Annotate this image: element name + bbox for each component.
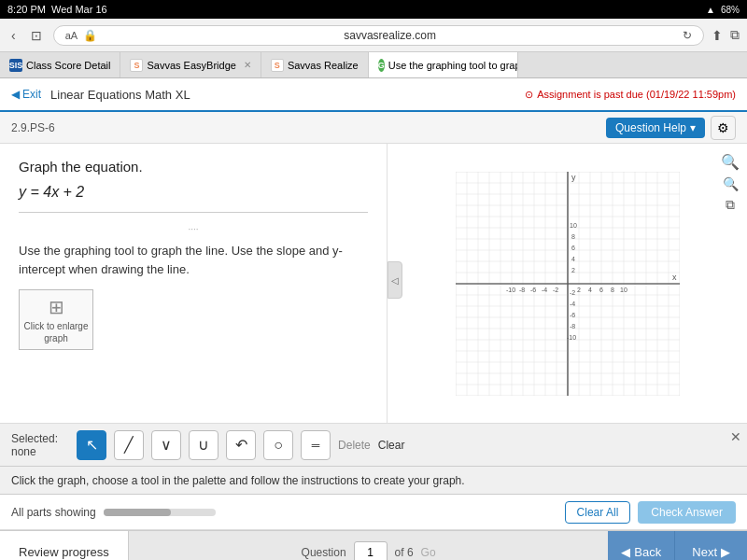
check-answer-button[interactable]: Check Answer — [638, 501, 736, 524]
instruction-bar: Click the graph, choose a tool in the pa… — [0, 467, 747, 495]
svg-text:-4: -4 — [542, 287, 547, 293]
exit-label: Exit — [22, 88, 41, 101]
angle-tool-button[interactable]: ∨ — [151, 430, 181, 460]
help-dropdown-icon: ▾ — [690, 121, 696, 134]
zoom-in-button[interactable]: 🔍 — [721, 153, 740, 171]
tab-realize[interactable]: S Savvas Realize — [261, 52, 369, 77]
svg-text:10: 10 — [620, 287, 627, 293]
graph-instruction: Graph the equation. — [19, 159, 368, 175]
toolbar: ✕ Selected: none ↖ ╱ ∨ ∪ ↶ ○ ═ Delete Cl… — [0, 424, 747, 467]
question-number-input[interactable] — [354, 541, 388, 561]
divider-dots: ···· — [19, 224, 368, 234]
undo-tool-button[interactable]: ↶ — [226, 430, 256, 460]
thumbnail-graph-icon: ⊞ — [49, 296, 64, 318]
back-button[interactable]: ◀ Back — [608, 531, 674, 560]
back-chevron-icon: ◀ — [11, 88, 20, 101]
progress-bar-fill — [104, 509, 171, 516]
svg-text:y: y — [571, 173, 576, 182]
thumbnail-label: Click to enlarge graph — [23, 320, 89, 344]
external-link-button[interactable]: ⧉ — [721, 197, 740, 213]
tab-sis-label: Class Score Detail — [26, 60, 110, 71]
easybridge-close-icon[interactable]: ✕ — [244, 60, 251, 70]
tab-sis[interactable]: SIS Class Score Detail — [0, 52, 120, 77]
share-button[interactable]: ⬆ — [712, 27, 723, 43]
graph-container[interactable]: x y -2 -4 -6 -8 -10 2 4 6 8 10 2 4 6 8 1… — [456, 172, 680, 396]
exit-button[interactable]: ◀ Exit — [11, 88, 41, 101]
question-nav: Question of 6 Go — [129, 531, 609, 560]
enlarge-thumbnail[interactable]: ⊞ Click to enlarge graph — [19, 289, 93, 350]
collapse-icon: ◁ — [391, 275, 399, 286]
question-help-button[interactable]: Question Help ▾ — [606, 118, 705, 138]
review-progress-button[interactable]: Review progress — [0, 531, 129, 560]
toolbar-close-button[interactable]: ✕ — [730, 429, 741, 444]
clear-all-button[interactable]: Clear All — [565, 501, 631, 524]
clear-button[interactable]: Clear — [378, 439, 405, 452]
question-help-label: Question Help — [615, 121, 686, 134]
zoom-out-button[interactable]: 🔍 — [721, 176, 740, 191]
selected-value: none — [11, 445, 58, 458]
selected-display: Selected: none — [11, 432, 62, 458]
svg-text:2: 2 — [571, 267, 575, 273]
svg-text:-4: -4 — [570, 301, 575, 307]
delete-button[interactable]: Delete — [338, 439, 371, 452]
selected-label: Selected: — [11, 432, 58, 445]
svg-text:-10: -10 — [506, 287, 515, 293]
tab-graph[interactable]: G Use the graphing tool to graph t... — [369, 52, 518, 77]
bottom-nav: Review progress Question of 6 Go ◀ Back … — [0, 530, 747, 560]
graph-icon: G — [378, 59, 385, 72]
circle-tool-button[interactable]: ○ — [263, 430, 293, 460]
collapse-handle[interactable]: ◁ — [388, 261, 402, 299]
status-bar: 8:20 PM Wed Mar 16 ▲ 68% — [0, 0, 747, 19]
svg-text:6: 6 — [599, 287, 603, 293]
dash-tool-button[interactable]: ═ — [301, 430, 331, 460]
lock-icon: 🔒 — [83, 29, 97, 42]
address-bar[interactable]: aA 🔒 savvasrealize.com ↻ — [53, 25, 704, 46]
browser-actions: ⬆ ⧉ — [712, 27, 740, 43]
svg-text:8: 8 — [611, 287, 614, 293]
svg-text:-2: -2 — [570, 289, 575, 296]
font-size-button[interactable]: aA — [65, 30, 78, 41]
realize-icon: S — [271, 59, 284, 72]
status-bar-left: 8:20 PM Wed Mar 16 — [7, 4, 107, 15]
back-nav-button[interactable]: ‹ — [7, 26, 20, 45]
right-panel[interactable]: 🔍 🔍 ⧉ — [388, 144, 747, 423]
back-label: Back — [634, 545, 661, 559]
app-title: Linear Equations Math XL — [50, 88, 190, 102]
browser-chrome: ‹ ⊡ aA 🔒 savvasrealize.com ↻ ⬆ ⧉ — [0, 19, 747, 52]
next-arrow-icon: ▶ — [721, 545, 730, 559]
settings-button[interactable]: ⚙ — [711, 116, 736, 140]
left-panel: Graph the equation. y = 4x + 2 ···· Use … — [0, 144, 388, 423]
main-content: Graph the equation. y = 4x + 2 ···· Use … — [0, 144, 747, 424]
question-id: 2.9.PS-6 — [11, 121, 55, 134]
parts-progress: All parts showing — [11, 506, 216, 519]
tabs-bar: SIS Class Score Detail S Savvas EasyBrid… — [0, 52, 747, 78]
tab-easybridge[interactable]: S Savvas EasyBridge ✕ — [120, 52, 261, 77]
sis-icon: SIS — [9, 59, 22, 72]
tab-easybridge-label: Savvas EasyBridge — [147, 60, 235, 71]
select-tool-button[interactable]: ↖ — [77, 430, 106, 460]
go-button[interactable]: Go — [421, 546, 436, 559]
equation-display: y = 4x + 2 — [19, 184, 368, 201]
back-arrow-icon: ◀ — [621, 545, 630, 559]
svg-text:-6: -6 — [570, 312, 575, 318]
line-tool-button[interactable]: ╱ — [114, 430, 144, 460]
arc-tool-button[interactable]: ∪ — [189, 430, 218, 460]
app-header: ◀ Exit Linear Equations Math XL ⊙ Assign… — [0, 78, 747, 112]
bookmark-button[interactable]: ⊡ — [27, 26, 46, 45]
next-button[interactable]: Next ▶ — [674, 531, 747, 560]
app-header-left: ◀ Exit Linear Equations Math XL — [11, 88, 190, 102]
warning-text: Assignment is past due (01/19/22 11:59pm… — [537, 89, 736, 100]
new-tab-button[interactable]: ⧉ — [730, 27, 740, 43]
coordinate-graph[interactable]: x y -2 -4 -6 -8 -10 2 4 6 8 10 2 4 6 8 1… — [456, 172, 680, 396]
tab-realize-label: Savvas Realize — [288, 60, 359, 71]
detailed-instruction: Use the graphing tool to graph the line.… — [19, 242, 368, 278]
of-label: of 6 — [395, 546, 414, 559]
svg-text:x: x — [672, 273, 677, 282]
svg-text:8: 8 — [571, 233, 575, 240]
svg-text:4: 4 — [588, 287, 592, 293]
tab-graph-label: Use the graphing tool to graph t... — [388, 60, 518, 71]
reload-button[interactable]: ↻ — [683, 29, 692, 42]
url-display: savvasrealize.com — [103, 29, 677, 42]
assignment-warning: ⊙ Assignment is past due (01/19/22 11:59… — [525, 89, 736, 101]
question-header-actions: Question Help ▾ ⚙ — [606, 116, 736, 140]
